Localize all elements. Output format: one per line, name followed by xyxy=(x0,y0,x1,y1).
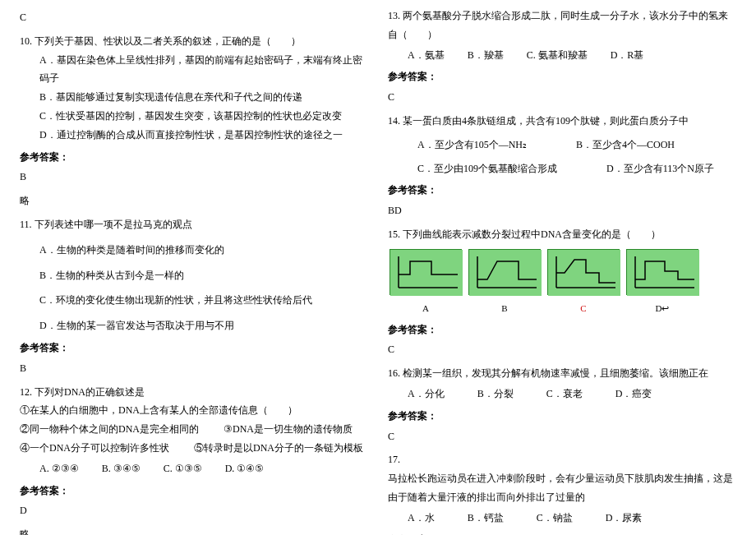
q15-label-d: D↩ xyxy=(626,300,698,317)
q12-line2b: ③DNA是一切生物的遗传物质 xyxy=(224,420,353,439)
right-column: 13. 两个氨基酸分子脱水缩合形成二肽，同时生成一分子水，该水分子中的氢来自（ … xyxy=(378,7,746,528)
q12-opt-c: C. ①③⑤ xyxy=(164,459,202,478)
q14-ans: BD xyxy=(388,201,736,220)
q17-opt-b: B．钙盐 xyxy=(468,509,504,528)
q13-opt-d: D．R基 xyxy=(611,46,644,65)
chart-a xyxy=(390,249,462,295)
q16-opt-d: D．癌变 xyxy=(615,385,652,404)
chart-d xyxy=(626,249,698,295)
q14-opt-c: C．至少由109个氨基酸缩合形成 xyxy=(417,159,557,178)
q15-label-b: B xyxy=(468,300,541,317)
q15-labels: A B C D↩ xyxy=(388,300,736,317)
q15-label-c: C xyxy=(547,300,620,317)
q14-opt-b: B．至少含4个—COOH xyxy=(576,136,675,155)
q13-opt-c: C. 氨基和羧基 xyxy=(527,46,588,65)
q12-opt-d: D. ①④⑤ xyxy=(225,459,265,478)
chart-b-svg xyxy=(469,250,542,296)
svg-rect-3 xyxy=(627,250,699,296)
q16-opt-a: A．分化 xyxy=(408,385,445,404)
q12-ans: D xyxy=(20,501,368,520)
q15-ans-label: 参考答案： xyxy=(388,321,736,339)
q11-opt-b: B．生物的种类从古到今是一样的 xyxy=(20,266,368,285)
q12-line1: ①在某人的白细胞中，DNA上含有某人的全部遗传信息（ ） xyxy=(20,401,368,420)
q11-ans: B xyxy=(20,359,368,378)
q17-ans-label: 参考答案： xyxy=(388,531,736,535)
q12-line2a: ②同一物种个体之间的DNA是完全相同的 xyxy=(20,420,199,439)
q14-stem: 14. 某一蛋白质由4条肽链组成，共含有109个肽键，则此蛋白质分子中 xyxy=(388,112,736,131)
q12-note: 略 xyxy=(20,525,368,535)
q13-opt-b: B．羧基 xyxy=(468,46,504,65)
q17-opt-c: C．钠盐 xyxy=(537,509,573,528)
q15-ans: C xyxy=(388,340,736,359)
question-12: 12. 下列对DNA的正确叙述是 ①在某人的白细胞中，DNA上含有某人的全部遗传… xyxy=(20,383,368,535)
q16-opt-c: C．衰老 xyxy=(546,385,583,404)
chart-a-svg xyxy=(390,250,463,296)
q16-opt-b: B．分裂 xyxy=(477,385,514,404)
question-13: 13. 两个氨基酸分子脱水缩合形成二肽，同时生成一分子水，该水分子中的氢来自（ … xyxy=(388,7,736,107)
q17-opt-d: D．尿素 xyxy=(606,509,643,528)
svg-rect-1 xyxy=(469,250,542,296)
q11-opt-c: C．环境的变化使生物出现新的性状，并且将这些性状传给后代 xyxy=(20,291,368,310)
q10-opt-c: C．性状受基因的控制，基因发生突变，该基因控制的性状也必定改变 xyxy=(20,107,368,126)
q11-ans-label: 参考答案： xyxy=(20,339,368,357)
chart-c-svg xyxy=(548,250,620,296)
question-15: 15. 下列曲线能表示减数分裂过程中DNA含量变化的是（ ） xyxy=(388,225,736,359)
q13-opt-a: A．氨基 xyxy=(408,46,445,65)
chart-d-svg xyxy=(627,250,699,296)
question-16: 16. 检测某一组织，发现其分解有机物速率减慢，且细胞萎缩。该细胞正在 A．分化… xyxy=(388,364,736,445)
q11-opt-d: D．生物的某一器官发达与否取决于用与不用 xyxy=(20,316,368,335)
left-column: C 10. 下列关于基因、性状以及二者关系的叙述，正确的是（ ） A．基因在染色… xyxy=(10,7,378,528)
q15-label-a: A xyxy=(390,300,462,317)
question-10: 10. 下列关于基因、性状以及二者关系的叙述，正确的是（ ） A．基因在染色体上… xyxy=(20,32,368,210)
q12-line3b: ⑤转录时是以DNA分子的一条链为模板 xyxy=(194,439,363,458)
q17-opt-a: A．水 xyxy=(408,509,435,528)
q14-row1: A．至少含有105个—NH₂ B．至少含4个—COOH xyxy=(388,136,736,155)
q13-ans: C xyxy=(388,88,736,107)
q14-opt-d: D．至少含有113个N原子 xyxy=(606,159,714,178)
q16-ans: C xyxy=(388,427,736,446)
prev-answer: C xyxy=(20,8,368,27)
chart-b xyxy=(468,249,541,295)
question-11: 11. 下列表述中哪一项不是拉马克的观点 A．生物的种类是随着时间的推移而变化的… xyxy=(20,215,368,378)
q12-options: A. ②③④ B. ③④⑤ C. ①③⑤ D. ①④⑤ xyxy=(20,459,368,478)
q12-opt-a: A. ②③④ xyxy=(39,459,79,478)
q10-stem: 10. 下列关于基因、性状以及二者关系的叙述，正确的是（ ） xyxy=(20,32,368,51)
q11-opt-a: A．生物的种类是随着时间的推移而变化的 xyxy=(20,241,368,260)
q10-opt-d: D．通过控制酶的合成从而直接控制性状，是基因控制性状的途径之一 xyxy=(20,126,368,145)
q13-options: A．氨基 B．羧基 C. 氨基和羧基 D．R基 xyxy=(388,46,736,65)
q10-ans: B xyxy=(20,168,368,187)
q12-ans-label: 参考答案： xyxy=(20,482,368,500)
q10-note: 略 xyxy=(20,191,368,210)
question-17: 17. 马拉松长跑运动员在进入冲刺阶段时，会有少量运动员下肢肌肉发生抽搐，这是由… xyxy=(388,450,736,535)
q16-stem: 16. 检测某一组织，发现其分解有机物速率减慢，且细胞萎缩。该细胞正在 xyxy=(388,364,736,383)
q16-options: A．分化 B．分裂 C．衰老 D．癌变 xyxy=(388,385,736,404)
q10-opt-b: B．基因能够通过复制实现遗传信息在亲代和子代之间的传递 xyxy=(20,88,368,107)
q14-ans-label: 参考答案： xyxy=(388,181,736,200)
q10-ans-label: 参考答案： xyxy=(20,148,368,167)
q12-line3a: ④一个DNA分子可以控制许多性状 xyxy=(20,439,169,458)
q17-stem: 马拉松长跑运动员在进入冲刺阶段时，会有少量运动员下肢肌肉发生抽搐，这是由于随着大… xyxy=(388,469,736,507)
q13-ans-label: 参考答案： xyxy=(388,67,736,86)
q13-stem: 13. 两个氨基酸分子脱水缩合形成二肽，同时生成一分子水，该水分子中的氢来自（ … xyxy=(388,7,736,44)
q15-charts xyxy=(388,247,736,297)
q10-opt-a: A．基因在染色体上呈线性排列，基因的前端有起始密码子，末端有终止密码子 xyxy=(20,51,368,89)
q17-options: A．水 B．钙盐 C．钠盐 D．尿素 xyxy=(388,509,736,528)
svg-rect-0 xyxy=(390,250,463,296)
q17-num: 17. xyxy=(388,450,736,469)
q15-stem: 15. 下列曲线能表示减数分裂过程中DNA含量变化的是（ ） xyxy=(388,225,736,244)
q14-opt-a: A．至少含有105个—NH₂ xyxy=(417,136,527,155)
q12-stem: 12. 下列对DNA的正确叙述是 xyxy=(20,383,368,402)
question-14: 14. 某一蛋白质由4条肽链组成，共含有109个肽键，则此蛋白质分子中 A．至少… xyxy=(388,112,736,220)
chart-c xyxy=(547,249,620,295)
q14-row2: C．至少由109个氨基酸缩合形成 D．至少含有113个N原子 xyxy=(388,159,736,178)
q12-opt-b: B. ③④⑤ xyxy=(102,459,141,478)
q16-ans-label: 参考答案： xyxy=(388,407,736,426)
q11-stem: 11. 下列表述中哪一项不是拉马克的观点 xyxy=(20,215,368,234)
